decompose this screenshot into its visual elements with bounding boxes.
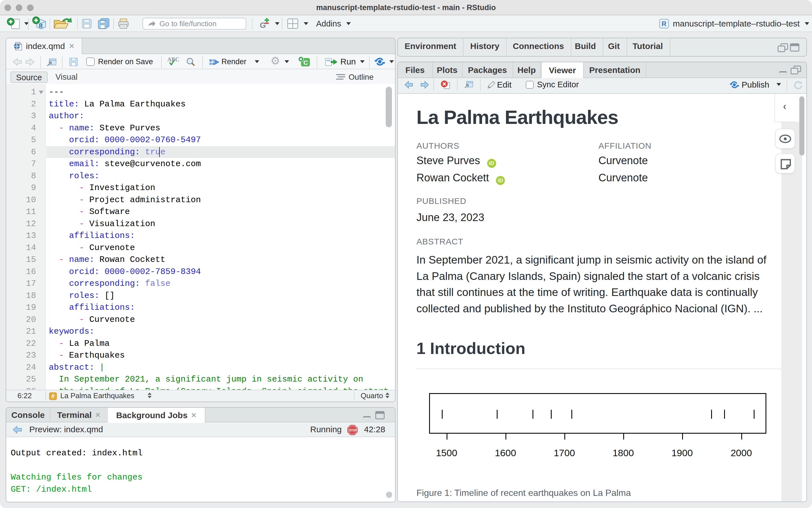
svg-text:R: R xyxy=(661,20,666,28)
svg-text:G: G xyxy=(260,21,266,30)
svg-text:R: R xyxy=(39,22,43,29)
svg-text:C: C xyxy=(303,59,308,66)
svg-text:STOP: STOP xyxy=(349,429,357,432)
